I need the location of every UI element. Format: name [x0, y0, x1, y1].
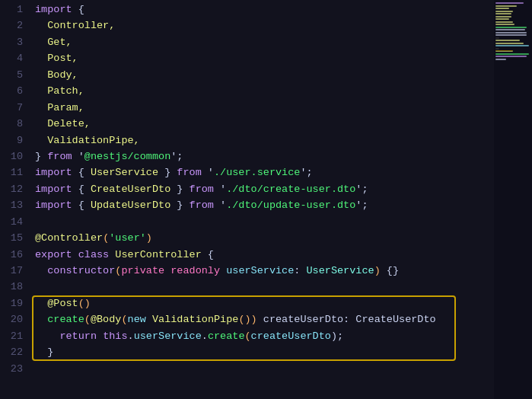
code-line-14: [35, 214, 494, 230]
code-line-1: import {: [35, 2, 494, 18]
line-number: 3: [0, 34, 23, 50]
code-line-22: }: [35, 344, 494, 360]
code-line-11: import { UserService } from './user.serv…: [35, 164, 494, 180]
line-number: 5: [0, 67, 23, 83]
mm-line: [495, 53, 529, 55]
code-line-10: } from '@nestjs/common';: [35, 148, 494, 164]
line-number: 2: [0, 18, 23, 34]
code-line-8: Delete,: [35, 116, 494, 132]
mm-line: [495, 27, 527, 28]
mm-line: [495, 18, 509, 20]
mm-line: [495, 34, 527, 36]
mm-line: [495, 5, 517, 7]
minimap-lines: [495, 0, 530, 61]
code-line-7: Param,: [35, 100, 494, 116]
line-number: 12: [0, 181, 23, 197]
code-line-23: [35, 361, 494, 377]
highlighted-block: @Post() create(@Body(new ValidationPipe(…: [35, 295, 494, 361]
code-line-9: ValidationPipe,: [35, 132, 494, 148]
code-line-20: create(@Body(new ValidationPipe()) creat…: [35, 311, 494, 327]
editor: 1 2 3 4 5 6 7 8 9 10 11 12 13 14 15 16 1…: [0, 0, 532, 399]
code-line-18: [35, 279, 494, 295]
mm-line: [495, 48, 499, 49]
minimap: [494, 0, 532, 399]
code-line-12: import { CreateUserDto } from './dto/cre…: [35, 181, 494, 197]
mm-line: [495, 56, 527, 57]
mm-line: [495, 16, 511, 18]
mm-line: [495, 37, 499, 39]
code-line-15: @Controller('user'): [35, 230, 494, 246]
code-line-13: import { UpdateUserDto } from './dto/upd…: [35, 197, 494, 213]
code-line-19: @Post(): [35, 295, 494, 311]
mm-line: [495, 40, 520, 41]
line-number: 18: [0, 279, 23, 295]
mm-line: [495, 2, 524, 4]
code-line-5: Body,: [35, 67, 494, 83]
line-number: 23: [0, 361, 23, 377]
code-line-21: return this.userService.create(createUse…: [35, 328, 494, 344]
code-line-17: constructor(private readonly userService…: [35, 263, 494, 279]
line-number: 10: [0, 148, 23, 164]
mm-line: [495, 59, 506, 60]
code-area[interactable]: import { Controller, Get, Post, Body, Pa…: [29, 0, 494, 399]
mm-line: [495, 45, 529, 46]
code-line-6: Patch,: [35, 83, 494, 99]
mm-line: [495, 8, 509, 9]
line-number: 4: [0, 50, 23, 66]
line-number: 1: [0, 2, 23, 18]
code-line-16: export class UserController {: [35, 247, 494, 263]
line-number: 9: [0, 132, 23, 148]
mm-line: [495, 21, 513, 23]
line-numbers: 1 2 3 4 5 6 7 8 9 10 11 12 13 14 15 16 1…: [0, 0, 29, 399]
line-number: 6: [0, 83, 23, 99]
line-number: 22: [0, 344, 23, 360]
code-line-4: Post,: [35, 50, 494, 66]
mm-line: [495, 43, 524, 44]
line-number: 11: [0, 164, 23, 180]
line-number: 20: [0, 311, 23, 327]
line-number: 19: [0, 295, 23, 311]
line-number: 21: [0, 328, 23, 344]
mm-line: [495, 50, 513, 52]
mm-line: [495, 11, 513, 12]
mm-line: [495, 24, 514, 25]
line-number: 14: [0, 214, 23, 230]
line-number: 13: [0, 197, 23, 213]
mm-line: [495, 13, 511, 14]
code-line-3: Get,: [35, 34, 494, 50]
code-line-2: Controller,: [35, 18, 494, 34]
mm-line: [495, 29, 525, 30]
mm-line: [495, 32, 527, 34]
line-number: 8: [0, 116, 23, 132]
line-number: 7: [0, 100, 23, 116]
line-number: 17: [0, 263, 23, 279]
line-number: 15: [0, 230, 23, 246]
line-number: 16: [0, 247, 23, 263]
